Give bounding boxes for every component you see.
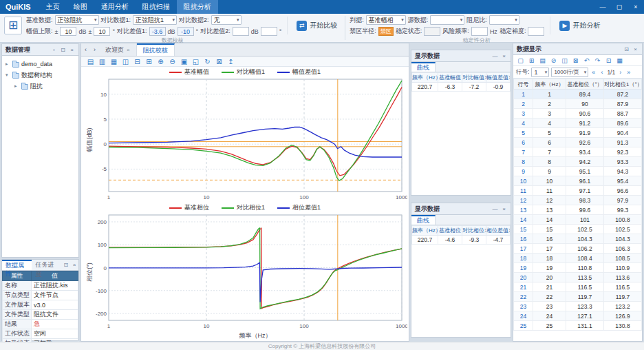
table-row[interactable]: 131399.699.3 — [514, 205, 642, 215]
redo-icon[interactable]: ↷ — [593, 57, 602, 64]
close-icon[interactable]: × — [631, 46, 640, 52]
close-icon[interactable]: × — [500, 53, 508, 59]
menu-item-plot[interactable]: 绘图 — [67, 0, 94, 14]
table-row[interactable]: 1515102.5102.5 — [514, 225, 642, 234]
clear-icon[interactable]: ⊠ — [214, 58, 224, 65]
table-row[interactable]: 2323123.3123.2 — [514, 302, 642, 311]
table-row[interactable]: 111197.196.6 — [514, 186, 642, 196]
export-data-icon[interactable]: ▥ — [97, 58, 107, 65]
page-size-select[interactable]: 1000行/页▾ — [551, 68, 588, 77]
close-icon[interactable]: × — [500, 206, 508, 212]
tab-scroll-right-icon[interactable]: › — [90, 43, 99, 56]
source-data-select[interactable]: ▾ — [430, 15, 464, 25]
tab-data-properties[interactable]: 数据属性 — [2, 260, 32, 270]
grid-table-wrap[interactable]: 行号频率（Hz）基准相位（°）对比相位1（°） 1189.487.2229087… — [513, 79, 642, 341]
tab-impedance-check[interactable]: 阻抗校核 — [137, 43, 175, 56]
table-row[interactable]: 229087.9 — [514, 99, 642, 109]
table-row[interactable]: 文件版本v3.0 — [3, 300, 78, 310]
zoom-in-icon[interactable]: ⊕ — [155, 58, 166, 65]
pin-icon[interactable]: ⊡ — [58, 47, 67, 53]
risk-frequency-value[interactable] — [471, 27, 488, 36]
minimize-icon[interactable]: — — [491, 206, 500, 212]
column-header[interactable]: 行号 — [514, 79, 533, 90]
table-row[interactable]: 2020113.5113.6 — [514, 273, 642, 282]
column-header[interactable]: 频率（Hz） — [412, 226, 438, 236]
criterion-select[interactable]: 基准幅相▾ — [366, 15, 406, 25]
split-horizontal-icon[interactable]: ◫ — [120, 58, 131, 65]
column-header[interactable]: 基准相位 — [438, 226, 462, 236]
diff2-db-value[interactable] — [233, 27, 249, 36]
close-icon[interactable]: × — [127, 47, 130, 53]
column-header[interactable]: 对比相位1（°） — [604, 79, 642, 90]
table-row[interactable]: 2424127.1126.9 — [514, 311, 642, 321]
stability-margin-value[interactable] — [528, 27, 544, 36]
menu-item-impedance-scan[interactable]: 阻抗扫描 — [136, 0, 177, 14]
table-row[interactable]: 101096.195.4 — [514, 176, 642, 186]
table-row[interactable]: 节点类型文件节点 — [3, 291, 78, 300]
close-icon[interactable]: × — [70, 260, 78, 270]
table-row[interactable]: 1717106.2106.3 — [514, 244, 642, 254]
export-image-icon[interactable]: ↥ — [226, 58, 236, 65]
table-row[interactable]: 4491.289.6 — [514, 119, 642, 128]
close-icon[interactable]: × — [627, 0, 644, 14]
expand-icon[interactable]: ▸ — [14, 83, 19, 89]
table-row[interactable]: 121298.397.9 — [514, 196, 642, 205]
column-header[interactable]: 频率（Hz） — [412, 73, 438, 83]
export-icon[interactable]: ⊡ — [604, 57, 613, 64]
column-header[interactable]: 幅值差值1 — [486, 73, 511, 83]
table-row[interactable]: 工作状态空闲 — [3, 329, 78, 339]
column-header[interactable]: 相位差值1 — [486, 226, 511, 236]
table-row[interactable]: 文件类型阻抗文件 — [3, 310, 78, 320]
tree-item-data-structure[interactable]: ▾数据树结构 — [3, 70, 78, 81]
last-page-icon[interactable]: » — [625, 69, 632, 76]
table-icon[interactable]: ▦ — [615, 57, 624, 64]
pin-icon[interactable]: ⊡ — [62, 260, 70, 270]
diff1-deg-value[interactable] — [178, 27, 194, 36]
maximize-icon[interactable]: ▢ — [611, 0, 627, 14]
prev-page-icon[interactable]: ‹ — [599, 69, 605, 76]
stable-state-value[interactable] — [424, 27, 440, 36]
add-icon[interactable]: ⊞ — [527, 57, 536, 64]
tab-task-progress[interactable]: 任务进度 — [32, 260, 61, 270]
first-page-icon[interactable]: « — [590, 69, 597, 76]
undo-icon[interactable]: ↶ — [582, 57, 591, 64]
tab-curve[interactable]: 曲线 — [411, 215, 436, 225]
save-icon[interactable]: ▤ — [85, 58, 96, 65]
copy-chart-icon[interactable]: ▦ — [109, 58, 119, 65]
base-data-select[interactable]: 正弦阻抗▾ — [55, 15, 99, 25]
fit-view-icon[interactable]: ◱ — [191, 58, 201, 65]
start-compare-button[interactable]: ⇄ 开始比较 — [293, 19, 341, 32]
minimize-icon[interactable]: — — [491, 53, 500, 59]
table-row[interactable]: 5591.990.4 — [514, 128, 642, 138]
amp-limit-deg-input[interactable] — [94, 27, 110, 36]
menu-item-home[interactable]: 主页 — [39, 0, 67, 14]
menu-item-impedance-analysis[interactable]: 阻抗分析 — [177, 0, 218, 14]
refresh-icon[interactable]: ↻ — [202, 58, 213, 65]
delete-icon[interactable]: ⊠ — [571, 57, 580, 64]
table-row[interactable]: 8894.293.3 — [514, 157, 642, 167]
next-page-icon[interactable]: › — [617, 69, 623, 76]
column-header[interactable]: 对比相位1 — [462, 226, 486, 236]
damping-ratio-select[interactable]: ▾ — [489, 15, 519, 25]
table-row[interactable]: 6692.691.3 — [514, 138, 642, 147]
table-row[interactable]: 2121116.5116.5 — [514, 282, 642, 292]
cut-icon[interactable]: ⊘ — [549, 57, 558, 64]
pin-icon[interactable]: ⊡ — [622, 46, 631, 52]
row-number-select[interactable]: 1▾ — [531, 68, 549, 77]
start-analyze-button[interactable]: ▶ 开始分析 — [556, 19, 603, 32]
column-header[interactable]: 基准幅值 — [438, 73, 462, 83]
zoom-out-icon[interactable]: ⊖ — [167, 58, 178, 65]
table-row[interactable]: 1616104.3104.3 — [514, 234, 642, 244]
compare-data1-select[interactable]: 正弦阻抗1▾ — [133, 15, 177, 25]
float-icon[interactable]: ▫ — [50, 47, 58, 53]
tab-welcome[interactable]: 欢迎页× — [99, 43, 137, 56]
diff2-deg-value[interactable] — [261, 27, 277, 36]
table-row[interactable]: 220.7-6.3-7.2-0.9 — [412, 83, 511, 92]
magnitude-chart[interactable]: 幅值(dB) 1050-51101001000 — [84, 76, 407, 203]
tree-item-impedance[interactable]: ▸阻抗 — [3, 81, 78, 92]
table-row[interactable]: 2525131.1130.8 — [514, 321, 642, 331]
table-row[interactable]: 1189.487.2 — [514, 90, 642, 99]
table-row[interactable]: 名称正弦阻抗.kis — [3, 281, 78, 291]
tab-scroll-left-icon[interactable]: ‹ — [81, 43, 90, 56]
compare-data2-select[interactable]: 无▾ — [211, 15, 242, 25]
